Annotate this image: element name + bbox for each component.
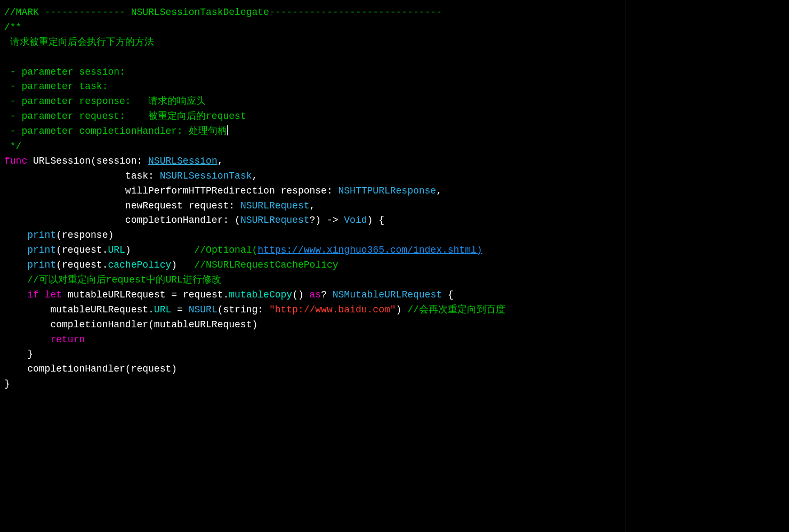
code-token-punct: (request. xyxy=(56,260,108,270)
code-line: task: NSURLSessionTask, xyxy=(4,169,785,184)
editor-ruler xyxy=(625,0,625,532)
code-token-identifier: task: xyxy=(4,171,160,181)
code-line: willPerformHTTPRedirection response: NSH… xyxy=(4,184,785,199)
code-token-comment: - parameter completionHandler: 处理句柄 xyxy=(4,126,227,136)
code-line: print(response) xyxy=(4,228,785,243)
code-token-type-link: NSURLSession xyxy=(148,156,218,166)
code-token-punct: ) xyxy=(125,245,195,255)
code-token-identifier: } xyxy=(4,349,33,359)
code-token-identifier xyxy=(4,334,50,345)
code-token-keyword-func: func xyxy=(4,156,27,166)
code-token-identifier: willPerformHTTPRedirection response: xyxy=(4,186,339,196)
code-token-comment: //会再次重定向到百度 xyxy=(407,304,505,315)
code-line: completionHandler(mutableURLRequest) xyxy=(4,318,785,333)
code-token-builtin: print xyxy=(27,245,56,255)
text-cursor xyxy=(227,125,228,135)
code-token-identifier xyxy=(4,260,27,270)
code-token-punct: , xyxy=(436,186,442,196)
code-editor[interactable]: //MARK -------------- NSURLSessionTaskDe… xyxy=(4,5,785,392)
code-token-identifier: completionHandler(request) xyxy=(4,364,177,374)
code-token-punct: ) xyxy=(171,260,194,270)
code-token-comment: //可以对重定向后request中的URL进行修改 xyxy=(27,275,221,285)
code-token-punct: , xyxy=(252,171,257,181)
code-token-comment: - parameter request: 被重定向后的request xyxy=(4,111,246,122)
code-token-identifier: mutableURLRequest = request. xyxy=(62,289,229,300)
code-token-string: "http://www.baidu.com" xyxy=(269,304,396,315)
code-line: */ xyxy=(4,139,785,154)
code-line: //MARK -------------- NSURLSessionTaskDe… xyxy=(4,5,785,20)
code-token-builtin: print xyxy=(27,260,56,270)
code-line: //可以对重定向后request中的URL进行修改 xyxy=(4,273,785,288)
code-token-keyword-control: if xyxy=(27,289,39,300)
code-line: completionHandler: (NSURLRequest?) -> Vo… xyxy=(4,213,785,228)
code-line: print(request.cachePolicy) //NSURLReques… xyxy=(4,258,785,273)
code-token-keyword-as: as xyxy=(310,289,321,300)
code-token-url-link: https://www.xinghuo365.com/index.shtml) xyxy=(257,245,482,255)
code-token-punct: (request. xyxy=(56,245,108,255)
code-line: func URLSession(session: NSURLSession, xyxy=(4,154,785,169)
code-token-comment: /** xyxy=(4,22,21,33)
code-token-comment: - parameter session: xyxy=(4,67,125,77)
code-token-punct: ?) -> xyxy=(310,215,344,225)
code-token-keyword-control: return xyxy=(50,334,85,345)
code-line: - parameter completionHandler: 处理句柄 xyxy=(4,124,785,139)
code-token-comment xyxy=(4,52,10,62)
code-token-comment: //MARK -------------- NSURLSessionTaskDe… xyxy=(4,7,442,18)
code-token-type: Void xyxy=(344,215,367,225)
code-token-method-member: URL xyxy=(108,245,125,255)
code-token-identifier: = xyxy=(171,304,188,315)
code-line xyxy=(4,50,785,65)
code-token-comment: //Optional( xyxy=(194,245,257,255)
code-token-punct: ? xyxy=(321,289,333,300)
code-line: completionHandler(request) xyxy=(4,362,785,377)
code-line: - parameter response: 请求的响应头 xyxy=(4,94,785,109)
code-token-punct: (string: xyxy=(218,304,269,315)
code-token-type: NSURLSessionTask xyxy=(160,171,252,181)
code-line: 请求被重定向后会执行下方的方法 xyxy=(4,35,785,50)
code-token-method-member: cachePolicy xyxy=(108,260,171,270)
code-token-punct: , xyxy=(218,156,223,166)
code-token-comment: - parameter task: xyxy=(4,81,108,92)
code-token-comment: - parameter response: 请求的响应头 xyxy=(4,96,206,107)
code-token-method-member: mutableCopy xyxy=(229,289,292,300)
code-token-punct: , xyxy=(310,200,316,211)
code-line: if let mutableURLRequest = request.mutab… xyxy=(4,288,785,303)
code-line: - parameter task: xyxy=(4,79,785,94)
code-token-identifier: } xyxy=(4,378,10,389)
code-token-comment: 请求被重定向后会执行下方的方法 xyxy=(4,37,154,47)
code-token-comment: //NSURLRequestCachePolicy xyxy=(195,260,339,270)
code-token-identifier: URLSession(session: xyxy=(27,156,148,166)
code-token-method-member: URL xyxy=(154,304,171,315)
code-token-type: NSURL xyxy=(189,304,218,315)
code-token-type: NSURLRequest xyxy=(240,200,310,211)
code-line: newRequest request: NSURLRequest, xyxy=(4,199,785,214)
code-line: - parameter session: xyxy=(4,65,785,80)
code-token-identifier xyxy=(4,245,27,255)
code-token-identifier xyxy=(39,289,45,300)
code-token-identifier: completionHandler: ( xyxy=(4,215,240,225)
code-line: } xyxy=(4,377,785,392)
code-line: return xyxy=(4,333,785,348)
code-token-type: NSHTTPURLResponse xyxy=(339,186,437,196)
code-line: /** xyxy=(4,20,785,35)
code-token-builtin: print xyxy=(27,230,56,240)
code-token-punct: { xyxy=(442,289,454,300)
code-token-punct: () xyxy=(292,289,309,300)
code-token-identifier: mutableURLRequest. xyxy=(4,304,154,315)
code-token-identifier: newRequest request: xyxy=(4,200,240,211)
code-token-identifier: completionHandler(mutableURLRequest) xyxy=(4,319,257,330)
code-token-comment: */ xyxy=(4,141,21,151)
code-token-type: NSMutableURLRequest xyxy=(333,289,442,300)
code-token-identifier xyxy=(4,230,27,240)
code-token-punct: ) xyxy=(396,304,408,315)
code-line: - parameter request: 被重定向后的request xyxy=(4,109,785,124)
code-token-identifier xyxy=(4,275,27,285)
code-token-keyword-control: let xyxy=(45,289,62,300)
code-token-identifier xyxy=(4,289,27,300)
code-token-punct: (response) xyxy=(56,230,114,240)
code-token-type: NSURLRequest xyxy=(240,215,310,225)
code-line: mutableURLRequest.URL = NSURL(string: "h… xyxy=(4,303,785,318)
code-token-punct: ) { xyxy=(367,215,384,225)
code-line: } xyxy=(4,347,785,362)
code-line: print(request.URL) //Optional(https://ww… xyxy=(4,243,785,258)
